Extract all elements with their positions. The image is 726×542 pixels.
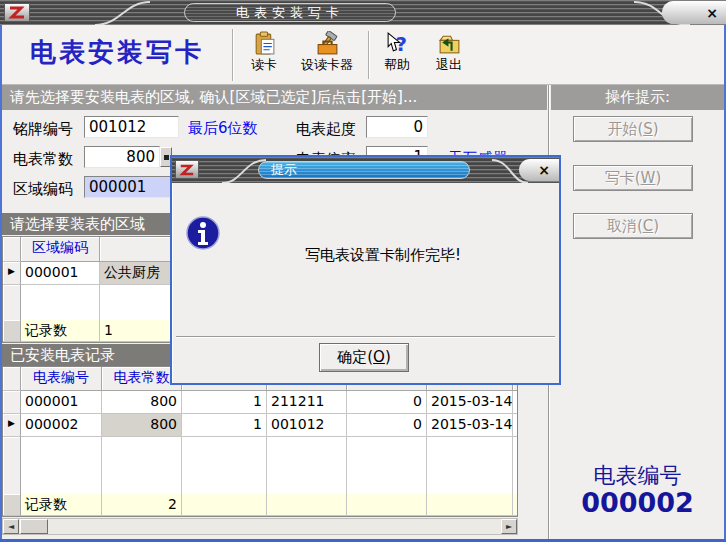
operation-hint-title: 操作提示: [551,85,724,110]
window-title: 电表安装写卡 [184,3,396,22]
write-card-button[interactable]: 写卡(W) [573,165,693,191]
toolbar-button-read-card[interactable]: 读卡 [240,29,288,77]
nameplate-label: 铭牌编号 [13,120,73,139]
meter-install-window: × 电表安装写卡 电表安装写卡 读卡 [0,0,726,542]
dialog-titlebar[interactable]: × 提示 [172,157,559,183]
dialog-separator [176,336,555,338]
toolbar-label: 退出 [436,56,462,73]
table-row[interactable]: ▶ 000002 800 1 001012 0 2015-03-14 [3,414,517,437]
footer-cell [267,494,347,516]
column-header-meter-no[interactable]: 电表编号 [21,367,102,391]
filler-cell [267,437,347,494]
cell-empty [513,414,518,437]
toolbar-button-help[interactable]: ? 帮助 [374,29,420,77]
footer-selector-cell [3,494,21,516]
horizontal-scrollbar[interactable]: ◄ ► [2,518,518,535]
page-title: 电表安装写卡 [30,35,204,70]
start-button[interactable]: 开始(S) [573,116,693,142]
read-card-icon [252,29,277,56]
cell-start: 0 [347,391,427,414]
filler-cell [513,437,518,494]
cell-date: 2015-03-14 [427,414,513,437]
row-selector-header [3,237,21,262]
area-code-input[interactable] [84,176,179,198]
cell-empty [513,391,518,414]
dialog-logo-icon [175,160,199,179]
toolbar-separator [232,29,234,81]
cell-nameplate: 211211 [267,391,347,414]
card-reader-settings-icon [315,29,340,56]
start-reading-label: 电表起度 [296,120,356,139]
toolbar-label: 设读卡器 [301,56,353,73]
filler-cell [3,285,21,320]
dialog-close-icon[interactable]: × [538,163,550,177]
footer-cell [182,494,267,516]
filler-cell [21,437,102,494]
titlebar[interactable]: × 电表安装写卡 [0,0,726,25]
header: 电表安装写卡 读卡 设读卡器 [2,25,724,85]
footer-selector-cell [3,320,21,342]
close-icon[interactable]: × [706,6,718,20]
toolbar-button-exit[interactable]: 退出 [426,29,472,77]
toolbar-label: 读卡 [251,56,277,73]
cell-constant: 800 [102,414,182,437]
cell-area-code: 000001 [21,262,100,285]
table-row[interactable]: 000001 800 1 211211 0 2015-03-14 [3,391,517,414]
exit-icon [437,29,462,56]
filler-cell [182,437,267,494]
record-count-label: 记录数 [21,494,102,516]
cell-start: 0 [347,414,427,437]
meters-table: 电表编号 电表常数 000001 800 1 211211 0 2015-03-… [2,366,518,517]
footer-cell [347,494,427,516]
app-logo-icon [4,3,30,22]
toolbar-separator [368,31,370,79]
scroll-right-icon[interactable]: ► [501,519,517,534]
footer-cell [513,494,518,516]
filler-cell [102,437,182,494]
info-icon [185,215,221,251]
current-row-marker: ▶ [3,414,21,437]
cell-meter-no: 000002 [21,414,102,437]
footer-cell [427,494,513,516]
filler-cell [427,437,513,494]
filler-cell [3,437,21,494]
cell-meter-no: 000001 [21,391,102,414]
status-message: 请先选择要安装电表的区域, 确认[区域已选定]后点击[开始]... [2,85,547,110]
row-selector-header [3,367,21,391]
titlebar-cap: × [662,1,726,24]
constant-input[interactable] [84,146,160,168]
svg-text:?: ? [395,33,406,56]
cell-ratio: 1 [182,414,267,437]
cancel-button[interactable]: 取消(C) [573,213,693,239]
column-header-area-code[interactable]: 区域编码 [21,237,100,262]
help-icon: ? [385,29,410,56]
area-code-label: 区域编码 [13,180,73,199]
scrollbar-thumb[interactable] [20,519,48,534]
cell-date: 2015-03-14 [427,391,513,414]
meters-table-footer: 记录数 2 [3,494,517,516]
row-selector-cell [3,391,21,414]
cell-constant: 800 [102,391,182,414]
toolbar-label: 帮助 [384,56,410,73]
current-row-marker: ▶ [3,262,21,285]
start-reading-input[interactable] [366,116,428,138]
ok-button[interactable]: 确定(O) [319,343,409,372]
last-six-digits-link[interactable]: 最后6位数 [188,119,258,138]
filler-cell [347,437,427,494]
table-filler [3,437,517,494]
dialog-message: 写电表设置卡制作完毕! [305,246,461,265]
dialog-title: 提示 [258,161,470,179]
record-count-label: 记录数 [21,320,100,342]
toolbar-button-reader-setup[interactable]: 设读卡器 [292,29,362,77]
cell-nameplate: 001012 [267,414,347,437]
scroll-left-icon[interactable]: ◄ [3,519,19,534]
nameplate-input[interactable] [84,116,179,138]
record-count-value: 2 [102,494,182,516]
meter-number-value: 000002 [551,487,724,518]
cell-ratio: 1 [182,391,267,414]
filler-cell [21,285,100,320]
dialog-titlebar-cap: × [519,159,559,181]
message-dialog: × 提示 写电表设置卡制作完毕! 确定(O) [170,155,561,385]
window-border [0,25,2,542]
constant-label: 电表常数 [13,150,73,169]
